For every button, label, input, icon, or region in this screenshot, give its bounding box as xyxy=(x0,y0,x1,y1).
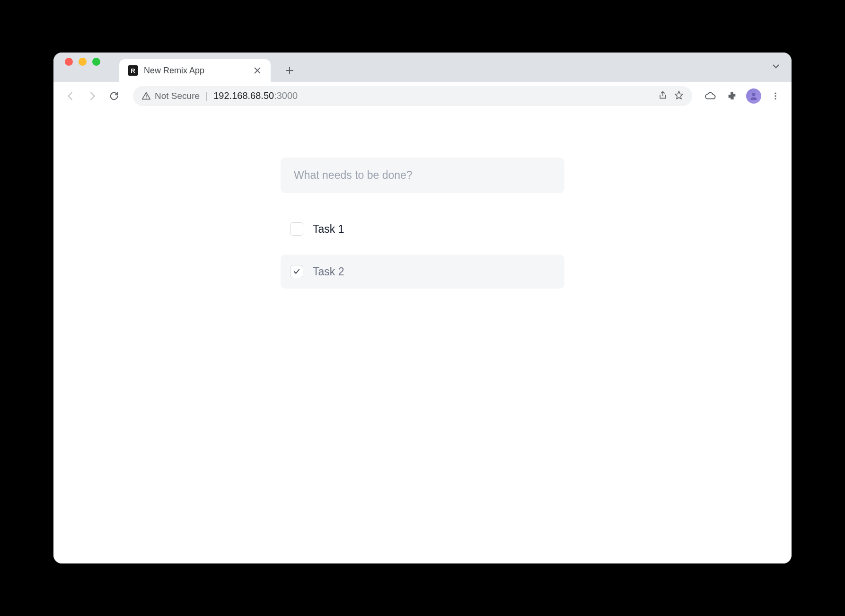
browser-toolbar: Not Secure | 192.168.68.50:3000 xyxy=(53,82,792,110)
browser-tab[interactable]: R New Remix App xyxy=(119,59,271,82)
tab-bar: R New Remix App xyxy=(53,53,792,82)
url-host: 192.168.68.50 xyxy=(213,90,274,101)
extensions-icon[interactable] xyxy=(724,88,739,104)
todo-item: Task 1 xyxy=(281,212,564,246)
svg-point-4 xyxy=(775,95,776,97)
todo-label: Task 1 xyxy=(313,223,344,236)
share-icon[interactable] xyxy=(658,90,668,102)
window-close-icon[interactable] xyxy=(65,58,73,66)
address-bar[interactable]: Not Secure | 192.168.68.50:3000 xyxy=(133,86,692,106)
toolbar-actions xyxy=(703,88,783,104)
todo-input[interactable] xyxy=(281,158,564,193)
svg-point-3 xyxy=(775,92,776,94)
close-icon[interactable] xyxy=(253,66,262,75)
menu-icon[interactable] xyxy=(768,88,783,104)
todo-label: Task 2 xyxy=(313,265,344,278)
svg-point-2 xyxy=(752,93,756,96)
todo-checkbox[interactable] xyxy=(290,265,303,278)
svg-point-5 xyxy=(775,98,776,99)
url-text: 192.168.68.50:3000 xyxy=(213,90,298,101)
url-port: :3000 xyxy=(274,90,298,101)
tab-favicon-icon: R xyxy=(128,65,138,76)
star-icon[interactable] xyxy=(674,90,684,102)
tab-title: New Remix App xyxy=(144,66,247,76)
forward-button[interactable] xyxy=(84,88,101,105)
new-tab-button[interactable] xyxy=(280,61,299,80)
divider: | xyxy=(205,90,208,101)
back-button[interactable] xyxy=(62,88,79,105)
security-text: Not Secure xyxy=(155,91,200,101)
chevron-down-icon[interactable] xyxy=(772,62,780,72)
security-indicator[interactable]: Not Secure xyxy=(141,91,200,101)
window-maximize-icon[interactable] xyxy=(92,58,100,66)
warning-icon xyxy=(141,91,151,101)
traffic-lights xyxy=(65,53,100,82)
todo-checkbox[interactable] xyxy=(290,222,303,236)
todo-list: Task 1 Task 2 xyxy=(281,212,564,289)
reload-button[interactable] xyxy=(106,88,123,105)
avatar[interactable] xyxy=(746,88,761,104)
todo-item: Task 2 xyxy=(281,255,564,289)
svg-point-1 xyxy=(146,97,147,98)
window-minimize-icon[interactable] xyxy=(79,58,87,66)
browser-window: R New Remix App Not Secure xyxy=(53,53,792,563)
todo-app: Task 1 Task 2 xyxy=(281,158,564,289)
cloud-icon[interactable] xyxy=(703,88,718,104)
content-area: Task 1 Task 2 xyxy=(53,110,792,563)
